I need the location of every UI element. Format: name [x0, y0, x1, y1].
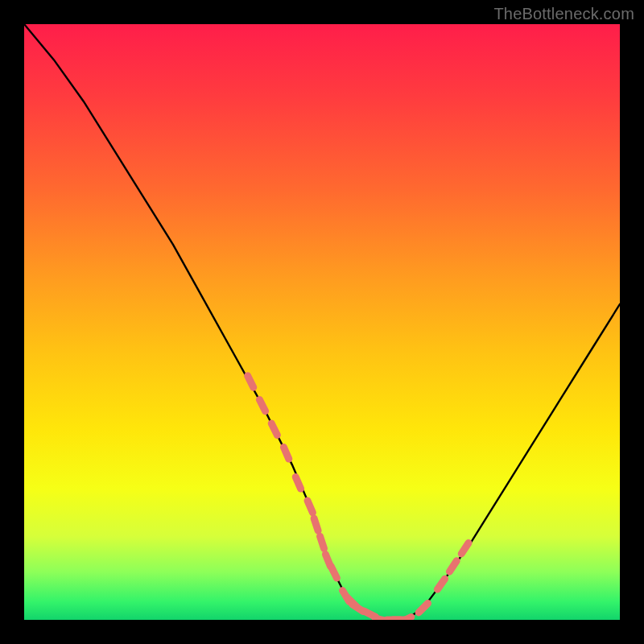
highlight-dash	[283, 448, 288, 460]
highlight-dash	[449, 561, 456, 572]
highlight-dash	[437, 579, 444, 589]
highlight-dash	[461, 543, 469, 554]
highlight-dash	[320, 536, 324, 548]
highlight-dash	[419, 604, 427, 613]
chart-frame: TheBottleneck.com	[0, 0, 644, 644]
bottleneck-curve-svg	[24, 24, 620, 620]
highlight-dash	[331, 567, 336, 578]
highlight-dash	[314, 518, 318, 530]
bottleneck-curve	[24, 24, 620, 620]
highlight-dashes	[248, 376, 469, 620]
highlight-dash	[295, 477, 300, 489]
highlight-dash	[271, 423, 277, 435]
highlight-dash	[259, 399, 265, 411]
watermark-text: TheBottleneck.com	[493, 5, 634, 23]
highlight-dash	[248, 376, 254, 387]
plot-area	[24, 24, 620, 620]
highlight-dash	[308, 501, 312, 513]
